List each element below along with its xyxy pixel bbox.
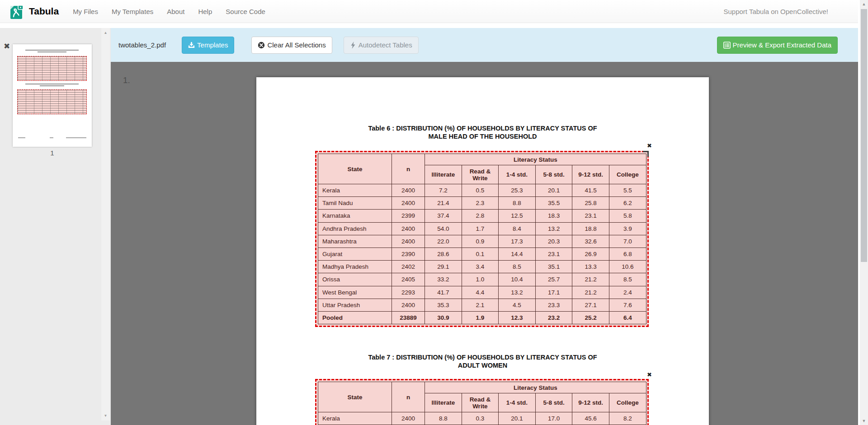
- nav-link-my-files[interactable]: My Files: [73, 8, 98, 15]
- thumbnail-close-icon[interactable]: ✖: [4, 42, 10, 50]
- brand-title[interactable]: Tabula: [29, 6, 59, 17]
- lightning-bolt-icon: [350, 42, 356, 49]
- sidebar: ✖ 1 ▲ ▼: [0, 28, 111, 425]
- table7-title: Table 7 : DISTRIBUTION (%) OF HOUSEHOLDS…: [256, 354, 709, 369]
- thumbnail-text-line: [38, 51, 66, 52]
- export-button-label: Preview & Export Extracted Data: [733, 41, 831, 49]
- page-thumbnail[interactable]: [13, 44, 92, 147]
- pdf-viewport: 1. Table 6 : DISTRIBUTION (%) OF HOUSEHO…: [111, 62, 858, 425]
- app-window: Tabula My FilesMy TemplatesAboutHelpSour…: [0, 0, 868, 425]
- save-template-icon: [188, 42, 195, 48]
- thumbnail-text-line: [40, 85, 64, 86]
- templates-button-label: Templates: [197, 41, 228, 49]
- selection-box-table7[interactable]: [315, 379, 649, 425]
- nav-link-about[interactable]: About: [167, 8, 184, 15]
- scroll-up-icon[interactable]: ▲: [860, 2, 868, 6]
- scroll-down-icon[interactable]: ▼: [101, 414, 110, 418]
- tabula-logo-icon[interactable]: [10, 3, 25, 19]
- thumbnail-footer-line: [66, 137, 86, 138]
- thumbnail-page-number: 1: [13, 149, 92, 157]
- preview-export-button[interactable]: Preview & Export Extracted Data: [717, 37, 838, 54]
- filename-label: twotables_2.pdf: [118, 41, 166, 49]
- nav-link-my-templates[interactable]: My Templates: [112, 8, 153, 15]
- sidebar-scrollbar[interactable]: ▲ ▼: [101, 28, 110, 420]
- thumbnail-selection-2: [17, 89, 87, 114]
- scroll-down-icon[interactable]: ▼: [860, 419, 868, 423]
- nav-links: My FilesMy TemplatesAboutHelpSource Code: [73, 8, 265, 15]
- remove-circle-icon: [258, 42, 265, 49]
- templates-button[interactable]: Templates: [182, 37, 234, 54]
- table6-title: Table 6 : DISTRIBUTION (%) OF HOUSEHOLDS…: [256, 125, 709, 140]
- thumbnail-selection-1: [17, 56, 87, 81]
- selection-resize-handle[interactable]: [643, 151, 649, 157]
- selection-box-table6[interactable]: [315, 151, 649, 327]
- support-link[interactable]: Support Tabula on OpenCollective!: [723, 8, 828, 15]
- selection-close-icon[interactable]: ✖: [647, 143, 652, 149]
- nav-link-source-code[interactable]: Source Code: [226, 8, 265, 15]
- scroll-up-icon[interactable]: ▲: [101, 31, 110, 35]
- clear-button-label: Clear All Selections: [267, 41, 326, 49]
- thumbnail-text-line: [25, 50, 79, 51]
- list-alt-icon: [723, 42, 731, 49]
- navbar: Tabula My FilesMy TemplatesAboutHelpSour…: [0, 0, 858, 23]
- thumbnail-footer-line: [50, 137, 53, 138]
- thumbnail-text-line: [25, 84, 79, 84]
- nav-link-help[interactable]: Help: [198, 8, 212, 15]
- thumbnail-footer-line: [18, 137, 25, 138]
- clear-all-selections-button[interactable]: Clear All Selections: [251, 37, 332, 54]
- autodetect-button-label: Autodetect Tables: [359, 41, 412, 49]
- pdf-page[interactable]: Table 6 : DISTRIBUTION (%) OF HOUSEHOLDS…: [256, 77, 709, 425]
- window-scrollbar[interactable]: ▲ ▼: [860, 0, 868, 425]
- selection-close-icon[interactable]: ✖: [647, 372, 652, 378]
- toolbar: twotables_2.pdf Templates Clear All Sele…: [111, 28, 858, 62]
- scrollbar-thumb[interactable]: [861, 9, 867, 262]
- autodetect-tables-button[interactable]: Autodetect Tables: [344, 37, 419, 54]
- page-marker: 1.: [123, 75, 130, 85]
